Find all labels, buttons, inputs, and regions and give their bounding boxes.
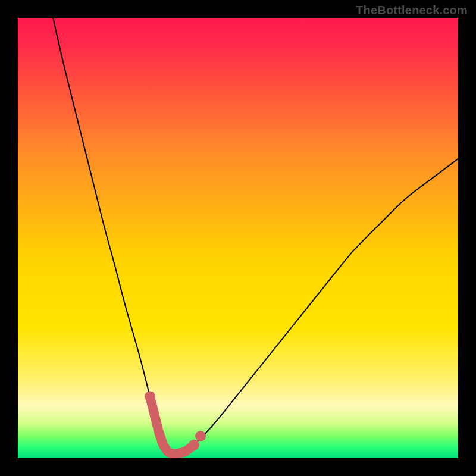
chart-frame: TheBottleneck.com [0,0,476,476]
marker-dot [189,440,199,450]
gradient-background [18,18,458,458]
plot-svg [18,18,458,458]
marker-dot [195,431,206,441]
watermark-text: TheBottleneck.com [356,4,468,17]
marker-dot [145,391,155,402]
plot-area [18,18,458,458]
